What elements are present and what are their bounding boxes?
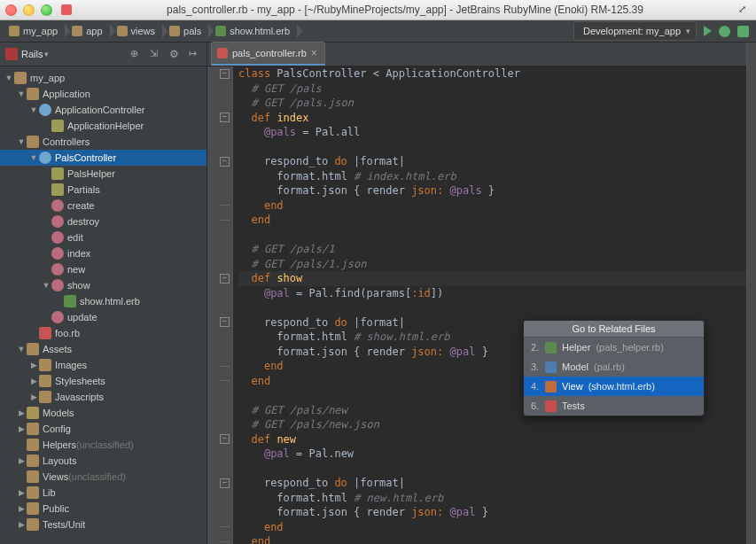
code-line[interactable]: # GET /pals.json: [238, 96, 751, 111]
tree-item-palshelper[interactable]: PalsHelper: [0, 166, 207, 182]
gutter[interactable]: −−−−−−−: [207, 66, 233, 544]
gutter-line[interactable]: [207, 417, 232, 432]
gutter-line[interactable]: [207, 257, 232, 272]
tree-item-assets[interactable]: ▼Assets: [0, 341, 207, 357]
gutter-line[interactable]: [207, 447, 232, 462]
tree-item-tests[interactable]: ▶Tests/Unit: [0, 517, 207, 532]
gutter-line[interactable]: [207, 345, 232, 360]
code-line[interactable]: end: [238, 534, 751, 544]
gutter-line[interactable]: [207, 213, 232, 228]
run-button[interactable]: [704, 26, 712, 36]
code-line[interactable]: format.json { render json: @pal }: [238, 505, 751, 520]
popup-item[interactable]: 3.Model (pal.rb): [524, 357, 704, 377]
fold-toggle[interactable]: −: [220, 317, 230, 327]
hide-icon[interactable]: ↦: [189, 48, 201, 60]
gear-icon[interactable]: [169, 48, 182, 60]
breadcrumb-item[interactable]: views: [112, 22, 165, 40]
gutter-line[interactable]: [207, 96, 232, 111]
gutter-line[interactable]: [207, 169, 232, 184]
gutter-line[interactable]: [207, 198, 232, 214]
popup-item[interactable]: 6.Tests: [524, 396, 704, 416]
code-line[interactable]: respond_to do |format|: [238, 476, 751, 491]
gutter-line[interactable]: [207, 359, 232, 374]
code-line[interactable]: # GET /pals/1.json: [238, 257, 751, 272]
gutter-line[interactable]: −: [207, 315, 232, 330]
gutter-line[interactable]: [207, 140, 232, 155]
run-config-selector[interactable]: Development: my_app ▾: [573, 21, 697, 41]
code-line[interactable]: def index: [238, 111, 751, 126]
gutter-line[interactable]: [207, 491, 232, 506]
tree-item-partials[interactable]: Partials: [0, 182, 207, 198]
tree-item-showerb[interactable]: show.html.erb: [0, 293, 207, 309]
tree-item-create[interactable]: create: [0, 198, 207, 214]
tree-item-styles[interactable]: ▶Stylesheets: [0, 373, 207, 389]
code-line[interactable]: [238, 228, 751, 243]
code-line[interactable]: @pal = Pal.find(params[:id]): [238, 286, 751, 301]
close-window[interactable]: [5, 4, 17, 16]
code-body[interactable]: class PalsController < ApplicationContro…: [233, 66, 756, 544]
tree-item-config[interactable]: ▶Config: [0, 421, 207, 437]
error-stripe[interactable]: [746, 66, 756, 544]
tree-item-palscontroller[interactable]: ▼PalsController: [0, 150, 207, 166]
tree-item-update[interactable]: update: [0, 309, 207, 325]
minimize-window[interactable]: [23, 4, 35, 16]
tree-item-application[interactable]: ▼Application: [0, 86, 207, 102]
gutter-line[interactable]: [207, 286, 232, 301]
gutter-line[interactable]: −: [207, 66, 232, 82]
tree-item-controllers[interactable]: ▼Controllers: [0, 134, 207, 150]
code-line[interactable]: [238, 140, 751, 155]
gutter-line[interactable]: [207, 242, 232, 257]
tree-item-new[interactable]: new: [0, 261, 207, 277]
zoom-window[interactable]: [41, 4, 52, 16]
fold-toggle[interactable]: −: [220, 113, 230, 122]
debug-button[interactable]: [719, 26, 730, 37]
gutter-line[interactable]: [207, 330, 232, 345]
tree-item-images[interactable]: ▶Images: [0, 357, 207, 373]
gutter-line[interactable]: [207, 505, 232, 520]
code-line[interactable]: def show: [238, 271, 751, 286]
code-line[interactable]: # GET /pals/new.json: [238, 417, 751, 432]
gutter-line[interactable]: [207, 462, 232, 477]
code-line[interactable]: respond_to do |format|: [238, 154, 751, 169]
gutter-line[interactable]: −: [207, 432, 232, 447]
gutter-line[interactable]: [207, 520, 232, 535]
gutter-line[interactable]: [207, 374, 232, 389]
tree-item-foo[interactable]: foo.rb: [0, 325, 207, 341]
tree-item-public[interactable]: ▶Public: [0, 501, 207, 517]
locate-icon[interactable]: ⊕: [130, 48, 143, 60]
popup-item[interactable]: 2.Helper (pals_helper.rb): [524, 338, 704, 357]
collapse-icon[interactable]: ⇲: [150, 48, 162, 60]
code-line[interactable]: [238, 462, 751, 477]
gutter-line[interactable]: [207, 183, 232, 198]
code-line[interactable]: @pal = Pal.new: [238, 447, 751, 462]
code-line[interactable]: # GET /pals: [238, 82, 751, 97]
tree-root[interactable]: ▼my_app: [0, 70, 207, 86]
tree-item-models[interactable]: ▶Models: [0, 405, 207, 421]
fold-toggle[interactable]: −: [220, 69, 230, 79]
breadcrumb-item[interactable]: app: [66, 22, 111, 40]
tree-item-destroy[interactable]: destroy: [0, 214, 207, 229]
code-line[interactable]: format.json { render json: @pals }: [238, 183, 751, 198]
editor-tab[interactable]: pals_controller.rb ×: [211, 42, 325, 66]
run-coverage-button[interactable]: [737, 26, 749, 37]
code-line[interactable]: end: [238, 213, 751, 228]
gutter-line[interactable]: [207, 534, 232, 544]
fold-toggle[interactable]: −: [220, 274, 230, 284]
code-line[interactable]: format.html # index.html.erb: [238, 169, 751, 184]
tree-item-lib[interactable]: ▶Lib: [0, 485, 207, 501]
fullscreen-icon[interactable]: ⤢: [738, 4, 751, 16]
tree-item-apphelper[interactable]: ApplicationHelper: [0, 118, 207, 134]
code-line[interactable]: format.html # new.html.erb: [238, 491, 751, 506]
fold-toggle[interactable]: −: [220, 434, 230, 444]
code-line[interactable]: end: [238, 198, 751, 214]
code-line[interactable]: @pals = Pal.all: [238, 125, 751, 140]
code-line[interactable]: class PalsController < ApplicationContro…: [238, 66, 751, 82]
breadcrumb-item[interactable]: show.html.erb: [210, 22, 299, 40]
tree-item-helpers[interactable]: Helpers (unclassified): [0, 437, 207, 453]
gutter-line[interactable]: [207, 403, 232, 418]
tree-item-edit[interactable]: edit: [0, 229, 207, 245]
fold-toggle[interactable]: −: [220, 157, 230, 167]
code-line[interactable]: [238, 300, 751, 315]
gutter-line[interactable]: −: [207, 154, 232, 169]
code-line[interactable]: # GET /pals/1: [238, 242, 751, 257]
